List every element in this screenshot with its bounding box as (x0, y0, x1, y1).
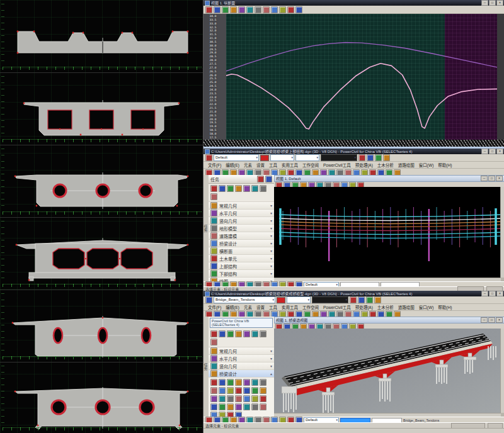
edit-rebar-icon[interactable] (210, 403, 217, 410)
menu-文件[interactable]: 文件(F) (206, 162, 223, 168)
place-abutment-icon[interactable] (260, 379, 266, 386)
place-line-icon[interactable] (227, 330, 234, 337)
active-level-filter-icon[interactable] (374, 296, 381, 303)
task-panel-header[interactable]: 任务 (209, 175, 274, 184)
menu-编辑[interactable]: 编辑(E) (224, 304, 241, 310)
task-row-9[interactable]: 下部结构▾ (209, 270, 274, 278)
view-attributes-icon[interactable] (205, 6, 212, 13)
常规几何-icon[interactable] (210, 202, 217, 209)
zoom-in-icon[interactable] (222, 6, 229, 13)
常规几何-icon[interactable] (210, 347, 217, 354)
view-titlebar[interactable]: 视图 1, Default ─□× (274, 175, 504, 182)
menu-工作空间[interactable]: 工作空间 (301, 304, 321, 310)
maximize-button[interactable]: □ (489, 0, 496, 6)
close-button[interactable]: × (496, 291, 503, 296)
上部结构-icon[interactable] (210, 262, 217, 269)
水平几何-icon[interactable] (210, 355, 217, 362)
pan-view-icon[interactable] (263, 6, 270, 13)
edit-beam-icon[interactable] (235, 387, 242, 394)
bridge-wizard-icon[interactable] (235, 412, 242, 417)
elevation-view-icon[interactable] (260, 403, 266, 410)
bridge-report-icon[interactable] (219, 403, 226, 410)
edit-tendon-icon[interactable] (251, 395, 258, 402)
zoom-out-icon[interactable] (230, 6, 237, 13)
rendered-bridge-canvas[interactable] (274, 329, 501, 413)
model-window-titlebar[interactable]: C:\Users\Administrator\Desktop\桥梁建模\桥梁上部… (203, 149, 504, 154)
filter-combo[interactable] (321, 154, 357, 161)
menu-编辑[interactable]: 编辑(E) (224, 162, 241, 168)
line-style-combo[interactable] (287, 296, 311, 303)
view-previous-icon[interactable] (271, 6, 278, 13)
wireframe-canvas[interactable] (274, 187, 501, 278)
menu-实用工具[interactable]: 实用工具 (280, 304, 300, 310)
task-row-8[interactable]: 上部结构▾ (209, 262, 274, 270)
edit-bearing-icon[interactable] (235, 395, 242, 402)
水平几何-icon[interactable] (210, 210, 217, 216)
active-element-template-icon[interactable] (205, 296, 212, 303)
polygon-icon[interactable] (251, 330, 258, 337)
active-color-swatch[interactable] (277, 297, 285, 303)
道路建模-icon[interactable] (210, 232, 217, 239)
edit-span-icon[interactable] (235, 379, 242, 386)
minimize-button[interactable]: ─ (481, 317, 488, 323)
copy-view-icon[interactable] (287, 6, 294, 13)
maximize-button[interactable]: □ (488, 176, 495, 181)
polygon-icon[interactable] (251, 185, 258, 192)
active-color-icon[interactable] (350, 296, 357, 303)
drawing-extraction-icon[interactable] (243, 403, 250, 410)
line-style-combo[interactable] (270, 154, 294, 161)
deck-template-icon[interactable] (251, 387, 258, 394)
place-arc-icon[interactable] (235, 330, 242, 337)
minimize-button[interactable]: ─ (481, 0, 488, 6)
edit-deck-icon[interactable] (260, 387, 266, 394)
smartline-icon[interactable] (219, 330, 226, 337)
menu-工具[interactable]: 工具 (267, 304, 279, 310)
menu-帮助[interactable]: 帮助(H) (436, 162, 454, 168)
menu-预处理[interactable]: 预处理(A) (353, 162, 375, 168)
select-icon[interactable] (210, 330, 217, 337)
window-area-icon[interactable] (238, 6, 245, 13)
task-row-6[interactable]: 横断面▾ (209, 247, 274, 255)
task-row-7[interactable]: 土木单元▾ (209, 255, 274, 262)
menu-预处理[interactable]: 预处理(A) (353, 304, 375, 310)
hatch-icon[interactable] (260, 330, 266, 337)
close-button[interactable]: × (496, 0, 503, 6)
fit-view-icon[interactable] (246, 6, 253, 13)
active-level-filter-icon[interactable] (383, 154, 390, 161)
maximize-button[interactable]: □ (489, 149, 496, 154)
menu-设置[interactable]: 设置 (255, 304, 266, 310)
view-titlebar[interactable]: 视图 1, 桥梁透视图 ─□× (274, 317, 504, 323)
view-next-icon[interactable] (279, 6, 286, 13)
plan-view-icon[interactable] (210, 412, 217, 417)
minimize-button[interactable]: ─ (481, 291, 488, 296)
竖向几何-icon[interactable] (210, 217, 217, 224)
task-row-4[interactable]: 道路建模▾ (209, 232, 274, 240)
select-icon[interactable] (210, 185, 217, 192)
menu-owerivil工具[interactable]: PowerCivil工具 (321, 162, 353, 168)
smartline-icon[interactable] (219, 185, 226, 192)
pin-icon[interactable] (265, 176, 272, 183)
place-rebar-icon[interactable] (260, 395, 266, 402)
task-row-0[interactable]: 常规几何▾ (209, 202, 274, 210)
clash-check-icon[interactable] (235, 403, 242, 410)
menu-文件[interactable]: 文件(F) (206, 304, 223, 310)
update-model-icon[interactable] (227, 412, 234, 417)
menu-土木分析[interactable]: 土木分析 (375, 162, 396, 168)
update-view-icon[interactable] (295, 6, 302, 13)
place-beam-icon[interactable] (219, 387, 226, 394)
menu-道路绘图[interactable]: 道路绘图 (396, 162, 416, 168)
task-row-0[interactable]: 常规几何▾ (209, 347, 274, 355)
vertical-scrollbar[interactable] (500, 187, 504, 278)
edit-barrier-icon[interactable] (219, 395, 226, 402)
vertical-scrollbar[interactable] (500, 329, 504, 413)
menu-工作空间[interactable]: 工作空间 (301, 162, 321, 168)
bridge-alignment-icon[interactable] (219, 379, 226, 386)
menu-设置[interactable]: 设置 (255, 162, 266, 168)
place-tendon-icon[interactable] (243, 395, 250, 402)
line-weight-combo[interactable] (295, 154, 319, 161)
place-circle-icon[interactable] (243, 185, 250, 192)
profile-plot[interactable] (226, 14, 497, 140)
active-level-combo[interactable]: Bridge_Beam_Tendons (214, 296, 275, 303)
close-button[interactable]: × (496, 149, 503, 154)
text-icon[interactable] (210, 193, 217, 200)
